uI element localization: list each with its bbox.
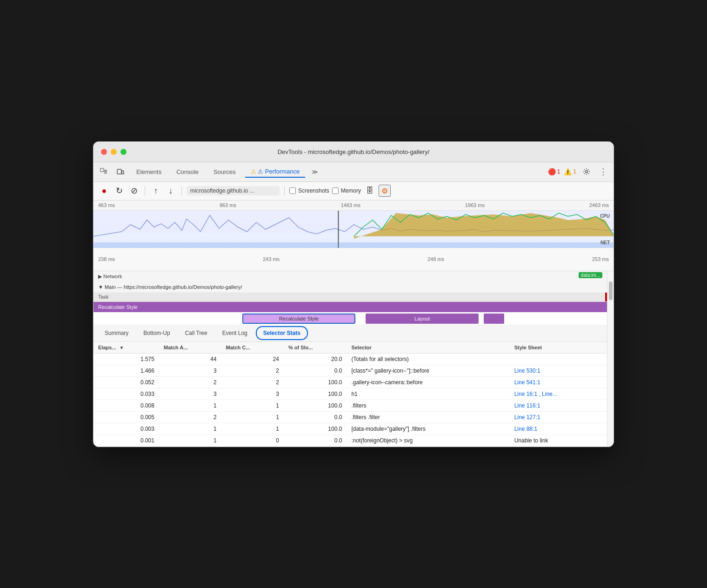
ruler-mark-0: 463 ms xyxy=(98,202,115,208)
record-button[interactable]: ● xyxy=(98,185,110,197)
cell-selector-1: [class*=" gallery-icon--"]::before xyxy=(347,365,509,376)
stylesheet-link-1[interactable]: Line 530:1 xyxy=(514,368,540,374)
cell-stylesheet-1: Line 530:1 xyxy=(510,365,607,376)
cell-match-a-3: 3 xyxy=(159,388,221,400)
tab-more-button[interactable]: ≫ xyxy=(309,167,321,177)
warning-icon: ⚠ xyxy=(251,168,256,175)
toolbar-separator-3 xyxy=(284,186,285,195)
stylesheet-link-3[interactable]: Line 16:1 , Line... xyxy=(514,391,557,397)
memory-checkbox-label[interactable]: Memory xyxy=(332,187,361,194)
upload-button[interactable]: ↑ xyxy=(150,185,162,197)
cell-match-c-0: 24 xyxy=(221,353,284,365)
tab-event-log[interactable]: Event Log xyxy=(216,327,254,339)
tab-sources[interactable]: Sources xyxy=(208,167,241,177)
ruler-mark-3: 1963 ms xyxy=(465,202,485,208)
performance-settings-button[interactable]: ⚙ xyxy=(379,185,391,197)
cell-pct-3: 100.0 xyxy=(284,388,347,400)
tab-summary[interactable]: Summary xyxy=(98,327,135,339)
toolbar-separator-1 xyxy=(145,186,145,195)
ruler-mark-4: 2463 ms xyxy=(589,202,609,208)
cell-selector-0: (Totals for all selectors) xyxy=(347,353,509,365)
warn-count: ⚠️ 1 xyxy=(564,168,576,175)
screenshots-label: Screenshots xyxy=(298,187,329,194)
col-elapsed[interactable]: Elaps... ▼ xyxy=(93,342,159,354)
stylesheet-link-2[interactable]: Line 541:1 xyxy=(514,379,540,386)
col-stylesheet[interactable]: Style Sheet xyxy=(510,342,607,354)
svg-rect-5 xyxy=(122,171,124,174)
device-toggle-button[interactable] xyxy=(114,165,127,178)
flame-layout-block[interactable]: Layout xyxy=(366,314,479,324)
svg-rect-0 xyxy=(100,168,104,172)
memory-icon-button[interactable]: 🗄 xyxy=(364,185,376,197)
flame-recalc-block[interactable]: Recalculate Style xyxy=(242,314,355,324)
cell-selector-3: h1 xyxy=(347,388,509,400)
cell-match-a-4: 1 xyxy=(159,400,221,411)
toolbar: ● ↻ ⊘ ↑ ↓ microsoftedge.github.io ... Sc… xyxy=(93,182,614,200)
network-track-label: ▶ Network xyxy=(98,274,154,280)
devtools-window: DevTools - microsoftedge.github.io/Demos… xyxy=(93,141,614,447)
cell-pct-1: 0.0 xyxy=(284,365,347,376)
col-pct[interactable]: % of Slo... xyxy=(284,342,347,354)
stylesheet-link-4[interactable]: Line 116:1 xyxy=(514,402,540,409)
tab-performance[interactable]: ⚠ ⚠ Performance xyxy=(245,166,306,178)
col-selector[interactable]: Selector xyxy=(347,342,509,354)
second-mark-0: 238 ms xyxy=(98,256,115,262)
cell-selector-5: .filters .filter xyxy=(347,411,509,423)
cell-pct-5: 0.0 xyxy=(284,411,347,423)
table-row: 0.005 2 1 0.0 .filters .filter Line 127:… xyxy=(93,411,607,423)
clear-button[interactable]: ⊘ xyxy=(128,185,140,197)
download-button[interactable]: ↓ xyxy=(165,185,177,197)
url-display: microsoftedge.github.io ... xyxy=(187,186,280,195)
screenshots-checkbox[interactable] xyxy=(289,187,296,194)
maximize-button[interactable] xyxy=(120,149,127,155)
settings-button[interactable] xyxy=(580,165,593,178)
tab-bottom-up[interactable]: Bottom-Up xyxy=(137,327,176,339)
memory-checkbox[interactable] xyxy=(332,187,339,194)
task-label: Task xyxy=(98,294,109,300)
col-match-a[interactable]: Match A... xyxy=(159,342,221,354)
cell-selector-4: .filters xyxy=(347,400,509,411)
panel-scrollbar[interactable] xyxy=(607,271,614,447)
stylesheet-link-5[interactable]: Line 127:1 xyxy=(514,414,540,421)
minimize-button[interactable] xyxy=(111,149,117,155)
inspect-icon-button[interactable] xyxy=(97,165,110,178)
network-badge: data:im... xyxy=(579,272,602,278)
table-row: 0.033 3 3 100.0 h1 Line 16:1 , Line... xyxy=(93,388,607,400)
title-bar: DevTools - microsoftedge.github.io/Demos… xyxy=(93,142,614,162)
screenshots-checkbox-label[interactable]: Screenshots xyxy=(289,187,329,194)
second-mark-1: 243 ms xyxy=(263,256,280,262)
table-row: 0.052 2 2 100.0 .gallery-icon--camera::b… xyxy=(93,376,607,388)
cell-elapsed-6: 0.003 xyxy=(93,423,159,434)
tab-bar-left: Elements Console Sources ⚠ ⚠ Performance… xyxy=(97,165,321,178)
tab-selector-stats[interactable]: Selector Stats xyxy=(256,326,308,340)
recalc-bar: Recalculate Style xyxy=(93,302,607,312)
more-options-button[interactable]: ⋮ xyxy=(597,165,610,178)
main-track-label: ▼ Main — https://microsoftedge.github.io… xyxy=(98,284,242,290)
cell-stylesheet-5: Line 127:1 xyxy=(510,411,607,423)
cell-stylesheet-4: Line 116:1 xyxy=(510,400,607,411)
table-row: 0.001 1 0 0.0 :not(foreignObject) > svg … xyxy=(93,434,607,446)
cell-pct-0: 20.0 xyxy=(284,353,347,365)
main-track: ▼ Main — https://microsoftedge.github.io… xyxy=(93,282,607,293)
col-match-c[interactable]: Match C... xyxy=(221,342,284,354)
cell-match-c-2: 2 xyxy=(221,376,284,388)
memory-label: Memory xyxy=(341,187,361,194)
cell-match-a-7: 1 xyxy=(159,434,221,446)
close-button[interactable] xyxy=(101,149,107,155)
cell-elapsed-7: 0.001 xyxy=(93,434,159,446)
timeline-chart[interactable]: CPU NET xyxy=(93,211,614,248)
stylesheet-link-6[interactable]: Line 88:1 xyxy=(514,426,537,432)
refresh-button[interactable]: ↻ xyxy=(113,185,125,197)
ruler-marks: 463 ms 963 ms 1463 ms 1963 ms 2463 ms xyxy=(98,202,609,208)
tab-elements[interactable]: Elements xyxy=(131,167,167,177)
tab-console[interactable]: Console xyxy=(171,167,204,177)
second-marks: 238 ms 243 ms 248 ms 253 ms xyxy=(98,256,609,262)
window-title: DevTools - microsoftedge.github.io/Demos… xyxy=(278,148,430,155)
main-content: ▶ Network data:im... ▼ Main — https://mi… xyxy=(93,271,607,447)
cell-pct-2: 100.0 xyxy=(284,376,347,388)
flame-small-block[interactable] xyxy=(484,314,504,324)
scroll-thumb[interactable] xyxy=(609,281,613,300)
task-bar: Task xyxy=(93,293,607,302)
sort-arrow: ▼ xyxy=(120,345,124,350)
tab-call-tree[interactable]: Call Tree xyxy=(179,327,214,339)
